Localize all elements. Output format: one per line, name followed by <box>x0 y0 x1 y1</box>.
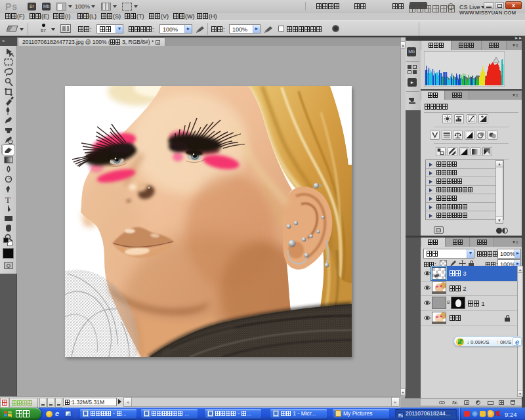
svg-text:T: T <box>5 195 10 205</box>
